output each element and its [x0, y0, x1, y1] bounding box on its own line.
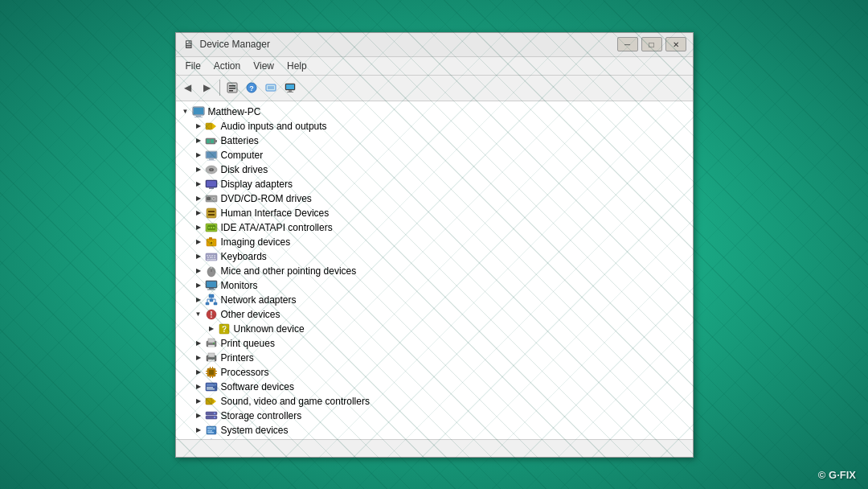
- watermark: © G·FIX: [818, 469, 856, 481]
